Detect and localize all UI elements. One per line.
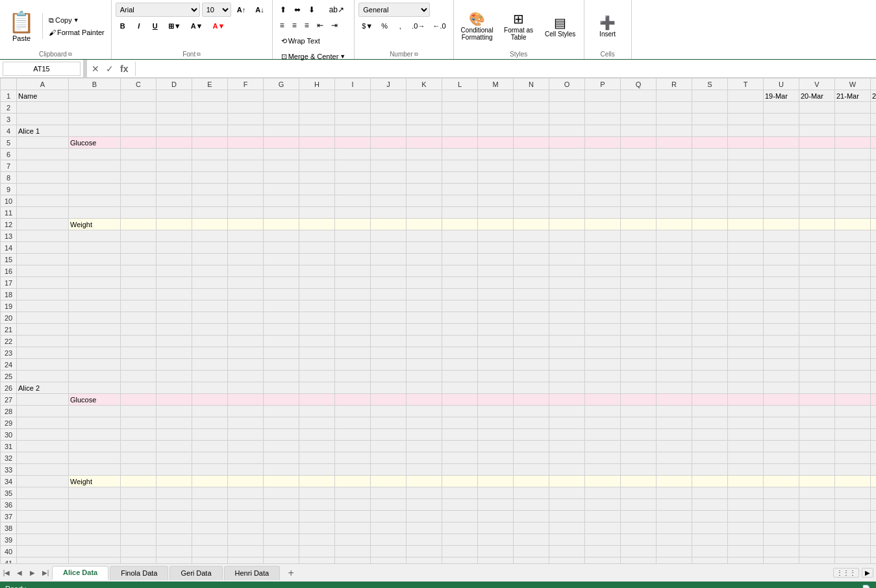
cell[interactable] — [549, 499, 585, 511]
cell[interactable] — [799, 137, 835, 149]
cell[interactable] — [799, 324, 835, 336]
cell[interactable] — [264, 406, 299, 417]
cell[interactable] — [514, 336, 549, 347]
cell[interactable] — [585, 300, 621, 312]
cell[interactable] — [442, 230, 478, 242]
cell[interactable] — [335, 487, 371, 499]
cell[interactable] — [692, 300, 728, 312]
cell[interactable] — [764, 382, 799, 394]
cell[interactable] — [764, 242, 799, 254]
cell[interactable] — [549, 312, 585, 324]
cell[interactable] — [335, 184, 371, 195]
cell[interactable] — [514, 429, 549, 441]
cell[interactable] — [299, 184, 335, 195]
cell[interactable] — [871, 522, 877, 534]
cell[interactable] — [478, 511, 514, 522]
cell[interactable] — [17, 511, 69, 522]
cell[interactable] — [121, 441, 156, 452]
increase-indent-button[interactable]: ⇥ — [328, 18, 341, 32]
cell[interactable] — [371, 90, 407, 102]
cell[interactable] — [621, 149, 657, 160]
cell[interactable] — [17, 300, 69, 312]
cell[interactable] — [121, 359, 156, 371]
cell[interactable] — [621, 90, 657, 102]
cell[interactable] — [69, 149, 121, 160]
cell[interactable] — [549, 511, 585, 522]
cell[interactable] — [764, 359, 799, 371]
cell[interactable] — [121, 347, 156, 359]
cell[interactable] — [299, 324, 335, 336]
cell[interactable] — [799, 102, 835, 114]
cell[interactable] — [478, 254, 514, 265]
cell[interactable] — [299, 219, 335, 230]
cell[interactable] — [871, 172, 877, 184]
cell[interactable] — [192, 452, 228, 464]
cell[interactable] — [764, 476, 799, 487]
cell[interactable] — [442, 149, 478, 160]
cell[interactable] — [299, 452, 335, 464]
cell[interactable] — [371, 546, 407, 557]
cell[interactable] — [121, 149, 156, 160]
cell[interactable] — [228, 90, 264, 102]
cell[interactable] — [657, 184, 692, 195]
cell[interactable] — [121, 160, 156, 172]
cell[interactable] — [514, 265, 549, 277]
cell[interactable] — [192, 277, 228, 289]
cell[interactable] — [192, 359, 228, 371]
grid-wrapper[interactable]: A B C D E F G H I J K L M N O — [0, 78, 876, 563]
cell[interactable] — [442, 394, 478, 406]
cell[interactable] — [442, 90, 478, 102]
cell[interactable] — [657, 125, 692, 137]
borders-button[interactable]: ⊞▼ — [164, 19, 185, 33]
cell[interactable] — [871, 429, 877, 441]
font-color-button[interactable]: A▼ — [208, 19, 229, 33]
cell[interactable] — [228, 371, 264, 382]
cell[interactable] — [264, 394, 299, 406]
cell[interactable] — [549, 277, 585, 289]
cell[interactable] — [799, 417, 835, 429]
cell[interactable] — [835, 289, 871, 300]
cell[interactable] — [514, 195, 549, 207]
cell[interactable] — [228, 557, 264, 564]
cell[interactable] — [442, 300, 478, 312]
sheet-tab-finola-data[interactable]: Finola Data — [110, 566, 168, 580]
cell[interactable] — [299, 476, 335, 487]
cell[interactable] — [692, 452, 728, 464]
cell[interactable] — [228, 195, 264, 207]
cell[interactable] — [17, 102, 69, 114]
cell[interactable] — [657, 160, 692, 172]
decrease-indent-button[interactable]: ⇤ — [314, 18, 327, 32]
cell[interactable] — [442, 441, 478, 452]
cell[interactable] — [335, 441, 371, 452]
cell[interactable] — [871, 441, 877, 452]
cell[interactable] — [69, 102, 121, 114]
formula-input[interactable] — [138, 64, 876, 73]
cell[interactable] — [121, 184, 156, 195]
cell[interactable] — [478, 242, 514, 254]
cell[interactable] — [514, 522, 549, 534]
cell[interactable] — [17, 429, 69, 441]
cell[interactable] — [478, 230, 514, 242]
cell[interactable] — [692, 137, 728, 149]
cell[interactable] — [299, 406, 335, 417]
cell[interactable] — [335, 511, 371, 522]
cell[interactable] — [69, 300, 121, 312]
cell[interactable] — [621, 476, 657, 487]
cell[interactable] — [69, 90, 121, 102]
cell[interactable] — [69, 195, 121, 207]
cell[interactable] — [585, 207, 621, 219]
cell[interactable] — [192, 90, 228, 102]
cell[interactable] — [442, 347, 478, 359]
cell[interactable] — [156, 417, 192, 429]
row-number[interactable]: 4 — [1, 125, 17, 137]
cell[interactable] — [549, 464, 585, 476]
cell[interactable] — [621, 487, 657, 499]
cell[interactable] — [407, 382, 442, 394]
cell[interactable] — [407, 487, 442, 499]
currency-button[interactable]: $▼ — [358, 19, 376, 33]
cell[interactable] — [17, 277, 69, 289]
cell[interactable] — [442, 172, 478, 184]
cell[interactable] — [799, 312, 835, 324]
cell[interactable] — [192, 429, 228, 441]
cell[interactable] — [621, 160, 657, 172]
